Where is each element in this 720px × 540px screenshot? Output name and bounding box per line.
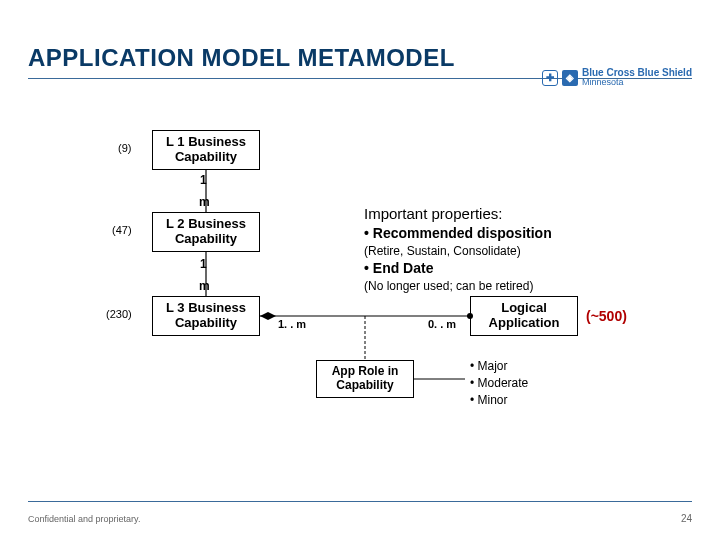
- diagram-stage: (9) L 1 Business Capability 1 m (47) L 2…: [0, 100, 720, 480]
- card-l3-top: m: [199, 279, 210, 293]
- l3-count: (230): [106, 308, 132, 320]
- card-l2-bottom: 1: [200, 257, 207, 271]
- brand-logo: ✚ ◈ Blue Cross Blue Shield Minnesota: [542, 68, 692, 87]
- box-logical-application: Logical Application: [470, 296, 578, 336]
- svg-marker-3: [260, 312, 276, 320]
- brand-region: Minnesota: [582, 78, 692, 87]
- properties-item1-sub: (Retire, Sustain, Consolidate): [364, 243, 552, 259]
- properties-item1: • Recommended disposition: [364, 224, 552, 243]
- properties-item2: • End Date: [364, 259, 552, 278]
- brand-line2: Blue Shield: [638, 67, 692, 78]
- cross-icon: ✚: [542, 70, 558, 86]
- l2-count: (47): [112, 224, 132, 236]
- card-l3-right: 1. . m: [278, 318, 306, 330]
- properties-block: Important properties: • Recommended disp…: [364, 204, 552, 294]
- confidential-text: Confidential and proprietary.: [28, 514, 140, 524]
- page-number: 24: [681, 513, 692, 524]
- box-app-role: App Role in Capability: [316, 360, 414, 398]
- box-l3-capability: L 3 Business Capability: [152, 296, 260, 336]
- card-l2-top: m: [199, 195, 210, 209]
- shield-icon: ◈: [562, 70, 578, 86]
- box-l1-capability: L 1 Business Capability: [152, 130, 260, 170]
- role-major: • Major: [470, 358, 528, 375]
- l1-count: (9): [118, 142, 131, 154]
- logical-app-count: (~500): [586, 308, 627, 324]
- page-title: APPLICATION MODEL METAMODEL: [28, 44, 455, 72]
- role-minor: • Minor: [470, 392, 528, 409]
- box-l2-capability: L 2 Business Capability: [152, 212, 260, 252]
- card-l1-bottom: 1: [200, 173, 207, 187]
- footer-divider: [28, 501, 692, 502]
- role-moderate: • Moderate: [470, 375, 528, 392]
- brand-text: Blue Cross Blue Shield Minnesota: [582, 68, 692, 87]
- properties-heading: Important properties:: [364, 204, 552, 224]
- card-app-left: 0. . m: [428, 318, 456, 330]
- properties-item2-sub: (No longer used; can be retired): [364, 278, 552, 294]
- role-level-list: • Major • Moderate • Minor: [470, 358, 528, 408]
